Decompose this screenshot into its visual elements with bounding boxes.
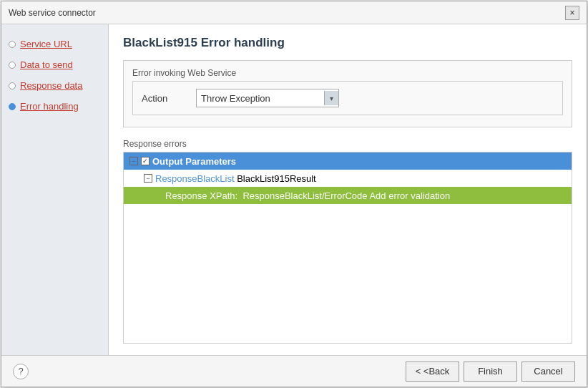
tree-node-xpath: Response XPath: ResponseBlackList/ErrorC…	[165, 190, 368, 201]
action-dropdown[interactable]: Throw Exception ▾	[196, 89, 339, 107]
tree-node-label: Output Parameters	[152, 156, 236, 167]
help-button[interactable]: ?	[13, 364, 29, 379]
close-button[interactable]: ×	[565, 6, 579, 20]
title-bar: Web service connector ×	[1, 1, 587, 24]
sidebar: Service URLData to sendResponse dataErro…	[1, 24, 109, 355]
response-errors-label: Response errors	[123, 139, 572, 149]
action-label: Action	[142, 93, 185, 104]
dropdown-arrow-icon: ▾	[324, 91, 338, 105]
tree-expand-icon[interactable]: −	[129, 157, 138, 165]
tree-row[interactable]: − ResponseBlackList BlackList915Result	[124, 170, 572, 187]
tree-container: − Output Parameters − ResponseBlackList …	[123, 152, 572, 344]
dialog: Web service connector × Service URLData …	[1, 1, 587, 387]
main-content: BlackList915 Error handling Error invoki…	[109, 24, 587, 355]
tree-node-label: BlackList915Result	[235, 173, 316, 184]
sidebar-item-response-data[interactable]: Response data	[9, 80, 101, 91]
action-row: Action Throw Exception ▾	[132, 81, 563, 115]
back-button[interactable]: < <Back	[406, 362, 459, 382]
page-title: BlackList915 Error handling	[123, 36, 572, 50]
sidebar-item-data-to-send[interactable]: Data to send	[9, 59, 101, 70]
dialog-title: Web service connector	[9, 8, 96, 18]
tree-checkbox[interactable]	[141, 157, 150, 165]
tree-row[interactable]: Response XPath: ResponseBlackList/ErrorC…	[124, 187, 572, 204]
footer-buttons: < <Back Finish Cancel	[406, 362, 575, 382]
error-invoking-section: Error invoking Web Service Action Throw …	[123, 60, 572, 127]
footer: ? < <Back Finish Cancel	[1, 355, 587, 387]
action-dropdown-value: Throw Exception	[201, 93, 270, 104]
cancel-button[interactable]: Cancel	[521, 362, 575, 382]
finish-button[interactable]: Finish	[464, 362, 517, 382]
sidebar-item-error-handling[interactable]: Error handling	[9, 101, 101, 112]
sidebar-item-service-url[interactable]: Service URL	[9, 39, 101, 49]
tree-node-link: ResponseBlackList	[155, 173, 235, 184]
dialog-body: Service URLData to sendResponse dataErro…	[1, 24, 587, 355]
tree-node-add-validation: Add error validation	[368, 190, 451, 201]
tree-expand-icon[interactable]: −	[144, 174, 152, 183]
tree-row[interactable]: − Output Parameters	[124, 152, 572, 170]
response-errors-section: Response errors − Output Parameters − Re…	[123, 139, 572, 344]
error-invoking-label: Error invoking Web Service	[132, 68, 563, 78]
